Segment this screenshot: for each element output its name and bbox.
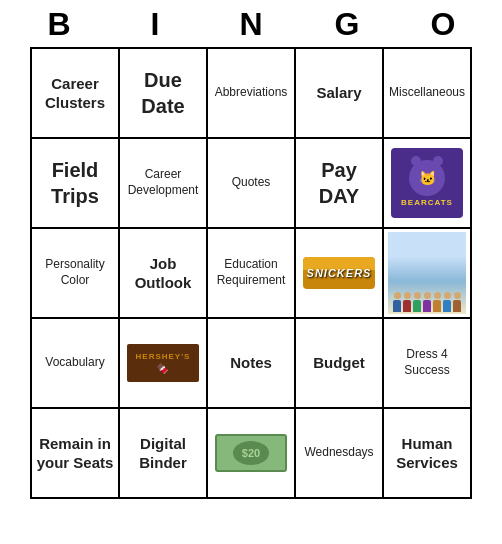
- hershey-bar: HERSHEY'S🍫: [127, 344, 199, 382]
- cell-text-i2: Career Development: [124, 167, 202, 198]
- cell-text-g1: Salary: [316, 83, 361, 103]
- person-head: [404, 292, 411, 299]
- bearcat-label: BEARCATS: [401, 198, 453, 207]
- person-body: [423, 300, 431, 312]
- person-body: [443, 300, 451, 312]
- cell-text-g5: Wednesdays: [304, 445, 373, 461]
- cell-b2[interactable]: Field Trips: [32, 139, 120, 229]
- person-figure: [423, 292, 431, 312]
- person-body: [453, 300, 461, 312]
- cell-o3[interactable]: [384, 229, 472, 319]
- person-figure: [433, 292, 441, 312]
- person-body: [393, 300, 401, 312]
- person-head: [424, 292, 431, 299]
- cell-o5[interactable]: Human Services: [384, 409, 472, 499]
- letter-i: I: [112, 6, 198, 43]
- cell-i4[interactable]: HERSHEY'S🍫: [120, 319, 208, 409]
- cell-text-n2: Quotes: [232, 175, 271, 191]
- letter-o: O: [400, 6, 486, 43]
- cell-g1[interactable]: Salary: [296, 49, 384, 139]
- cell-i5[interactable]: Digital Binder: [120, 409, 208, 499]
- person-head: [444, 292, 451, 299]
- cell-text-b1: Career Clusters: [36, 74, 114, 113]
- cell-n5[interactable]: $20: [208, 409, 296, 499]
- snickers-label: SNICKERS: [307, 267, 372, 279]
- cell-o2[interactable]: 🐱 BEARCATS: [384, 139, 472, 229]
- cell-b1[interactable]: Career Clusters: [32, 49, 120, 139]
- hershey-icon: 🍫: [156, 363, 170, 374]
- money-bill: $20: [215, 434, 287, 472]
- cell-text-i3: Job Outlook: [124, 254, 202, 293]
- person-body: [433, 300, 441, 312]
- cell-o4[interactable]: Dress 4 Success: [384, 319, 472, 409]
- cell-i3[interactable]: Job Outlook: [120, 229, 208, 319]
- person-head: [434, 292, 441, 299]
- cell-text-n1: Abbreviations: [215, 85, 288, 101]
- people-row: [393, 292, 461, 314]
- cell-g5[interactable]: Wednesdays: [296, 409, 384, 499]
- cell-g2[interactable]: Pay DAY: [296, 139, 384, 229]
- cell-b4[interactable]: Vocabulary: [32, 319, 120, 409]
- group-photo: [388, 232, 466, 314]
- person-figure: [453, 292, 461, 312]
- cell-text-o5: Human Services: [388, 434, 466, 473]
- cell-text-b2: Field Trips: [36, 157, 114, 209]
- cell-g4[interactable]: Budget: [296, 319, 384, 409]
- cell-text-i1: Due Date: [124, 67, 202, 119]
- person-figure: [413, 292, 421, 312]
- cell-i1[interactable]: Due Date: [120, 49, 208, 139]
- bingo-grid: Career ClustersDue DateAbbreviationsSala…: [30, 47, 472, 499]
- cell-text-g2: Pay DAY: [300, 157, 378, 209]
- person-body: [413, 300, 421, 312]
- cell-n4[interactable]: Notes: [208, 319, 296, 409]
- cell-text-b5: Remain in your Seats: [36, 434, 114, 473]
- snickers-bar: SNICKERS: [303, 257, 375, 289]
- letter-g: G: [304, 6, 390, 43]
- person-head: [454, 292, 461, 299]
- cell-text-b4: Vocabulary: [45, 355, 104, 371]
- person-body: [403, 300, 411, 312]
- letter-b: B: [16, 6, 102, 43]
- cell-n3[interactable]: Education Requirement: [208, 229, 296, 319]
- cell-text-i5: Digital Binder: [124, 434, 202, 473]
- cell-text-n4: Notes: [230, 353, 272, 373]
- cell-b5[interactable]: Remain in your Seats: [32, 409, 120, 499]
- cell-text-o4: Dress 4 Success: [388, 347, 466, 378]
- person-head: [394, 292, 401, 299]
- person-figure: [443, 292, 451, 312]
- cell-text-g4: Budget: [313, 353, 365, 373]
- cell-n2[interactable]: Quotes: [208, 139, 296, 229]
- bearcat-ear-right: [433, 156, 443, 166]
- bearcat-mascot: 🐱 BEARCATS: [391, 148, 463, 218]
- person-head: [414, 292, 421, 299]
- person-figure: [403, 292, 411, 312]
- bearcat-face: 🐱: [419, 170, 436, 186]
- cell-n1[interactable]: Abbreviations: [208, 49, 296, 139]
- cell-o1[interactable]: Miscellaneous: [384, 49, 472, 139]
- letter-n: N: [208, 6, 294, 43]
- cell-g3[interactable]: SNICKERS: [296, 229, 384, 319]
- cell-text-o1: Miscellaneous: [389, 85, 465, 101]
- bearcat-head: 🐱: [409, 160, 445, 196]
- person-figure: [393, 292, 401, 312]
- money-value: $20: [233, 441, 269, 465]
- hershey-label: HERSHEY'S: [136, 352, 191, 361]
- cell-text-b3: Personality Color: [36, 257, 114, 288]
- bingo-header: B I N G O: [11, 0, 491, 47]
- cell-text-n3: Education Requirement: [212, 257, 290, 288]
- cell-b3[interactable]: Personality Color: [32, 229, 120, 319]
- cell-i2[interactable]: Career Development: [120, 139, 208, 229]
- bearcat-ear-left: [411, 156, 421, 166]
